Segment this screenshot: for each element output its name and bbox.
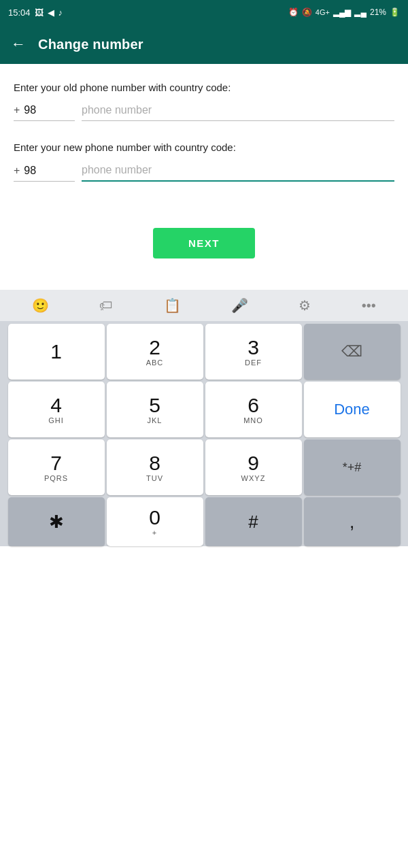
key-3[interactable]: 3 DEF	[205, 324, 302, 380]
sticker-icon[interactable]: 🏷	[99, 298, 113, 314]
battery-percent: 21%	[370, 7, 386, 17]
next-button[interactable]: NEXT	[153, 228, 255, 258]
back-button[interactable]: ←	[11, 35, 26, 53]
keyboard-row-1: 1 2 ABC 3 DEF ⌫	[1, 324, 407, 380]
signal-icon: ▂▄▆	[333, 7, 352, 17]
new-country-code-box[interactable]: + 98	[14, 165, 75, 182]
key-9[interactable]: 9 WXYZ	[205, 439, 302, 495]
old-country-code-box[interactable]: + 98	[14, 104, 75, 121]
alarm-icon: ⏰	[288, 7, 299, 17]
gallery-icon: 🖼	[35, 7, 44, 18]
emoji-icon[interactable]: 🙂	[32, 297, 49, 314]
new-number-input-row: + 98	[14, 164, 394, 182]
more-icon[interactable]: •••	[362, 298, 376, 314]
old-phone-input-wrapper	[82, 104, 394, 121]
old-number-label: Enter your old phone number with country…	[14, 80, 394, 95]
signal-icon2: ▂▄	[354, 7, 367, 17]
page-title: Change number	[38, 37, 143, 52]
navigation-icon: ◀	[48, 7, 54, 18]
new-country-code: 98	[24, 165, 36, 177]
old-plus-sign: +	[14, 104, 20, 116]
keyboard-rows: 1 2 ABC 3 DEF ⌫ 4 GHI 5 JKL	[0, 321, 408, 546]
old-number-section: Enter your old phone number with country…	[14, 80, 394, 121]
microphone-icon[interactable]: 🎤	[231, 297, 248, 314]
status-bar: 15:04 🖼 ◀ ♪ ⏰ 🔕 4G+ ▂▄▆ ▂▄ 21% 🔋	[0, 0, 408, 24]
key-hash[interactable]: #	[205, 497, 302, 546]
key-5[interactable]: 5 JKL	[107, 382, 203, 437]
old-phone-input[interactable]	[82, 104, 394, 116]
keyboard-row-2: 4 GHI 5 JKL 6 MNO Done	[1, 382, 407, 437]
key-8[interactable]: 8 TUV	[107, 439, 203, 495]
key-2[interactable]: 2 ABC	[107, 324, 203, 380]
key-7[interactable]: 7 PQRS	[8, 439, 105, 495]
next-button-container: NEXT	[14, 201, 394, 279]
status-bar-right: ⏰ 🔕 4G+ ▂▄▆ ▂▄ 21% 🔋	[288, 7, 400, 17]
key-symbols[interactable]: *+#	[304, 439, 401, 495]
key-0[interactable]: 0 +	[107, 497, 203, 546]
backspace-icon: ⌫	[341, 343, 362, 361]
key-4[interactable]: 4 GHI	[8, 382, 105, 437]
key-6[interactable]: 6 MNO	[205, 382, 302, 437]
new-plus-sign: +	[14, 165, 20, 177]
new-number-label: Enter your new phone number with country…	[14, 140, 394, 154]
status-time: 15:04	[8, 7, 31, 18]
main-content: Enter your old phone number with country…	[0, 64, 408, 290]
old-number-input-row: + 98	[14, 104, 394, 121]
status-bar-left: 15:04 🖼 ◀ ♪	[8, 7, 63, 18]
old-country-code: 98	[24, 104, 36, 116]
app-bar: ← Change number	[0, 24, 408, 64]
key-comma[interactable]: ,	[304, 497, 401, 546]
clipboard-icon[interactable]: 📋	[164, 297, 181, 314]
settings-icon[interactable]: ⚙	[299, 297, 311, 314]
keyboard: 🙂 🏷 📋 🎤 ⚙ ••• 1 2 ABC 3 DEF ⌫	[0, 290, 408, 546]
keyboard-row-3: 7 PQRS 8 TUV 9 WXYZ *+#	[1, 439, 407, 495]
keyboard-toolbar: 🙂 🏷 📋 🎤 ⚙ •••	[0, 290, 408, 321]
network-4g-icon: 4G+	[316, 8, 330, 16]
new-number-section: Enter your new phone number with country…	[14, 140, 394, 182]
key-backspace[interactable]: ⌫	[304, 324, 401, 380]
music-icon: ♪	[58, 7, 63, 18]
key-done[interactable]: Done	[304, 382, 401, 437]
new-phone-input-wrapper	[82, 164, 394, 182]
mute-icon: 🔕	[302, 7, 312, 17]
keyboard-row-4: ✱ 0 + # ,	[1, 497, 407, 546]
key-1[interactable]: 1	[8, 324, 105, 380]
new-phone-input[interactable]	[82, 164, 394, 176]
key-star[interactable]: ✱	[8, 497, 105, 546]
battery-icon: 🔋	[390, 7, 400, 17]
